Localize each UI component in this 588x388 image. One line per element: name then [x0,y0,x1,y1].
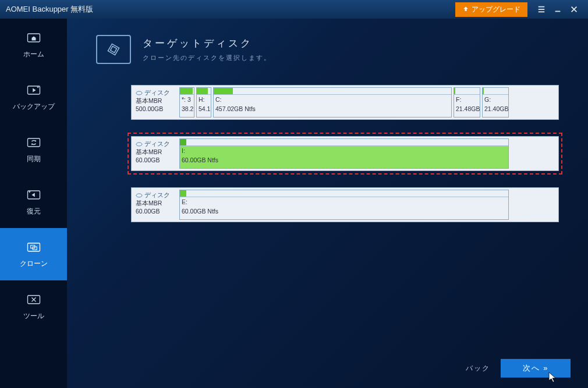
sidebar-item-clone[interactable]: クローン [0,228,67,280]
main-content: ターゲットディスク クローン先のディスクを選択します。 ディスク基本MBR500… [67,19,588,388]
partition-letter: F: [454,95,480,104]
svg-point-10 [136,91,142,95]
partition[interactable]: H:54.1 [196,87,211,118]
page-subtitle: クローン先のディスクを選択します。 [143,54,271,62]
upgrade-icon [462,6,469,13]
disk-list: ディスク基本MBR500.00GB*: 338.2H:54.1C:457.02G… [67,74,588,222]
footer: バック 次へ » [466,359,571,378]
partition-letter: I: [180,146,508,155]
partition-letter: C: [214,95,451,104]
sidebar-item-home[interactable]: ホーム [0,19,67,71]
back-button[interactable]: バック [466,364,490,373]
disk-label-text: ディスク [144,88,170,97]
disk-info: ディスク基本MBR60.00GB [133,138,178,169]
sidebar-item-tools[interactable]: ツール [0,280,67,333]
disk-card[interactable]: ディスク基本MBR500.00GB*: 338.2H:54.1C:457.02G… [131,85,559,120]
next-button[interactable]: 次へ » [501,359,571,378]
disk-icon [136,193,143,198]
disk-label-text: ディスク [144,191,170,200]
sidebar-item-restore[interactable]: 復元 [0,176,67,228]
app-title: AOMEI Backupper 無料版 [6,4,455,15]
partition-size: 60.00GB Ntfs [180,155,508,165]
usage-bar [180,190,508,197]
disk-info: ディスク基本MBR500.00GB [133,87,178,118]
partition-letter: *: 3 [180,95,194,104]
minimize-button[interactable] [550,3,566,16]
partition-size: 54.1 [197,104,211,113]
usage-bar [197,88,211,95]
usage-bar [454,88,480,95]
disk-icon [136,90,143,96]
svg-point-12 [136,194,142,197]
svg-rect-9 [111,47,117,53]
usage-bar [214,88,451,95]
disk-icon [136,141,143,147]
close-icon [570,5,578,13]
usage-bar [483,88,508,95]
partition[interactable]: I:60.00GB Ntfs [179,138,509,169]
svg-rect-8 [108,44,119,55]
partition[interactable]: E:60.00GB Ntfs [179,190,509,220]
target-disk-icon [96,35,131,64]
partition[interactable]: C:457.02GB Ntfs [213,87,452,118]
titlebar: AOMEI Backupper 無料版 アップグレード [0,0,588,19]
close-button[interactable] [566,3,582,16]
partition-size: 60.00GB Ntfs [180,207,508,216]
tools-icon [26,293,42,307]
partition-size: 38.2 [180,104,194,113]
backup-icon [26,83,42,97]
svg-rect-2 [27,138,40,147]
partition[interactable]: F:21.48GB [454,87,480,118]
partition-size: 21.48GB [454,104,480,113]
svg-point-11 [136,143,142,146]
sidebar-item-sync[interactable]: 同期 [0,123,67,176]
menu-icon [537,5,546,13]
sidebar-item-backup[interactable]: バックアップ [0,71,67,123]
disk-size: 60.00GB [136,208,175,215]
page-header: ターゲットディスク クローン先のディスクを選択します。 [67,19,588,74]
partition[interactable]: *: 338.2 [179,87,194,118]
minimize-icon [554,5,562,13]
usage-bar [180,139,508,146]
home-icon [26,31,42,45]
upgrade-button[interactable]: アップグレード [455,2,527,17]
clone-icon [26,240,42,254]
disk-label-text: ディスク [144,140,170,148]
partition-letter: G: [483,95,508,104]
usage-bar [180,88,194,95]
partition-letter: H: [197,95,211,104]
disk-card[interactable]: ディスク基本MBR60.00GBI:60.00GB Ntfs [131,136,559,171]
disk-size: 500.00GB [136,105,175,112]
restore-icon [26,188,42,202]
page-title: ターゲットディスク [143,37,271,50]
disk-type: 基本MBR [136,97,175,105]
menu-button[interactable] [533,3,550,16]
partition-letter: E: [180,197,508,207]
disk-type: 基本MBR [136,148,175,156]
partition-size: 457.02GB Ntfs [214,104,451,113]
sidebar: ホーム バックアップ 同期 復元 クローン ツール [0,19,67,388]
disk-size: 60.00GB [136,156,175,163]
partition[interactable]: G:21.40GB [482,87,509,118]
disk-info: ディスク基本MBR60.00GB [133,190,178,220]
partition-size: 21.40GB [483,104,508,113]
sync-icon [26,136,42,149]
disk-type: 基本MBR [136,200,175,208]
disk-card[interactable]: ディスク基本MBR60.00GBE:60.00GB Ntfs [131,187,559,222]
